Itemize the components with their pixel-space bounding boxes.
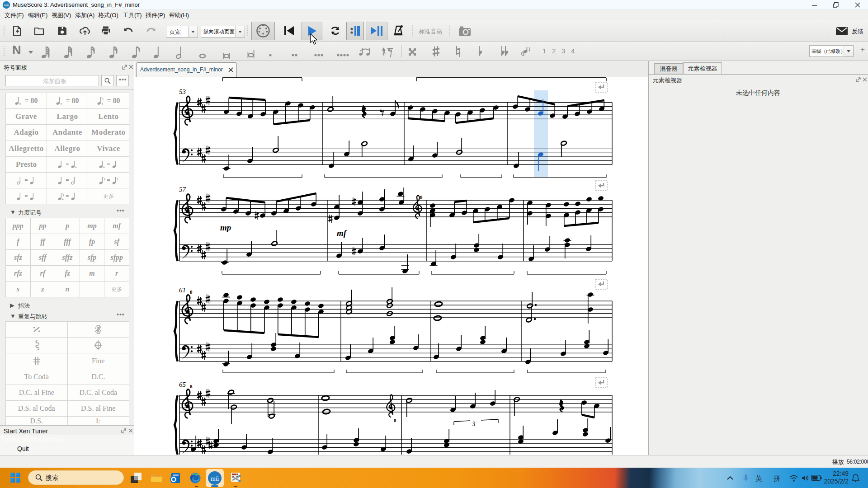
svg-text:8: 8: [190, 289, 193, 295]
svg-text:8: 8: [394, 418, 396, 423]
svg-text:8: 8: [190, 384, 193, 389]
svg-text:57: 57: [179, 186, 187, 193]
svg-text:mŭ: mŭ: [4, 3, 9, 7]
svg-text:8: 8: [420, 194, 423, 200]
svg-text:61: 61: [179, 286, 186, 294]
svg-text:53: 53: [179, 88, 186, 95]
svg-text:mŭ: mŭ: [211, 475, 219, 482]
svg-text:3: 3: [472, 420, 476, 427]
svg-text:65: 65: [179, 381, 186, 388]
svg-text:mf: mf: [337, 228, 347, 238]
svg-text:mp: mp: [220, 223, 231, 232]
